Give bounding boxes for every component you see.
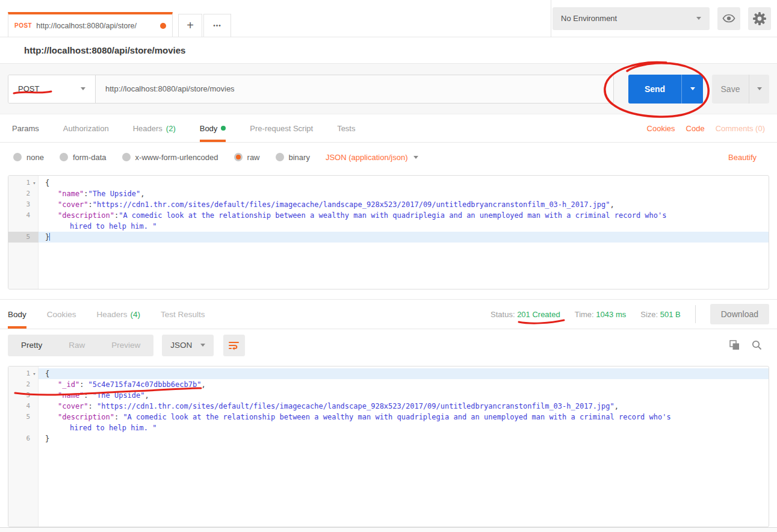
headers-count-badge: (2) bbox=[166, 124, 176, 133]
tab-url-label: http://localhost:8080/api/store/ bbox=[36, 22, 156, 30]
response-tab-headers[interactable]: Headers (4) bbox=[97, 300, 141, 329]
mode-preview[interactable]: Preview bbox=[98, 341, 153, 350]
radio-binary-label: binary bbox=[289, 153, 310, 162]
send-split-button: Send bbox=[628, 75, 703, 104]
wrap-lines-icon bbox=[229, 341, 240, 350]
response-headers-label: Headers bbox=[97, 310, 128, 319]
content-type-selector[interactable]: JSON (application/json) bbox=[326, 153, 419, 162]
code-line-active: 5 } bbox=[8, 232, 769, 243]
request-builder-bar: POST Send Save bbox=[0, 64, 777, 114]
tab-body[interactable]: Body bbox=[200, 114, 226, 142]
copy-icon bbox=[729, 340, 740, 350]
size-badge: Size: 501 B bbox=[640, 310, 681, 319]
url-control: POST bbox=[8, 75, 614, 104]
send-options-button[interactable] bbox=[681, 75, 703, 104]
line-number: 4 bbox=[8, 210, 39, 221]
radio-selected-icon bbox=[234, 153, 243, 161]
mode-pretty[interactable]: Pretty bbox=[8, 341, 55, 350]
body-filled-dot-icon bbox=[221, 126, 226, 131]
radio-form-data[interactable]: form-data bbox=[60, 153, 107, 162]
radio-icon bbox=[60, 153, 68, 161]
eye-icon bbox=[722, 14, 735, 23]
chevron-down-icon bbox=[413, 156, 418, 159]
url-input[interactable] bbox=[96, 75, 613, 103]
download-button[interactable]: Download bbox=[710, 304, 769, 324]
code-line: 1▾ { bbox=[8, 178, 769, 188]
wrap-lines-button[interactable] bbox=[223, 335, 245, 356]
response-status-group: Status: 201 Created Time: 1043 ms Size: … bbox=[491, 300, 769, 329]
response-meta-bar: Body Cookies Headers (4) Test Results St… bbox=[0, 299, 777, 329]
tab-params[interactable]: Params bbox=[12, 114, 39, 142]
more-tabs-button[interactable]: ••• bbox=[203, 14, 231, 37]
environment-selector[interactable]: No Environment bbox=[553, 7, 710, 30]
response-body-editor[interactable]: 1▾ { 2 "_id": "5c4e715fa74c07dbbb6ecb7b"… bbox=[8, 366, 769, 527]
response-language-label: JSON bbox=[170, 341, 192, 350]
line-number bbox=[8, 221, 39, 232]
mode-raw[interactable]: Raw bbox=[55, 341, 98, 350]
chevron-down-icon bbox=[81, 87, 85, 90]
environment-zone: No Environment bbox=[551, 0, 777, 37]
chevron-down-icon bbox=[690, 87, 695, 90]
response-language-selector[interactable]: JSON bbox=[162, 335, 214, 356]
line-number: 6 bbox=[8, 433, 39, 444]
beautify-link[interactable]: Beautify bbox=[728, 153, 757, 162]
time-badge: Time: 1043 ms bbox=[575, 310, 627, 319]
open-request-tab[interactable]: POST http://localhost:8080/api/store/ bbox=[8, 12, 173, 37]
code-line: 4 "description":"A comedic look at the r… bbox=[8, 210, 769, 221]
radio-raw[interactable]: raw bbox=[234, 153, 260, 162]
comments-link[interactable]: Comments (0) bbox=[716, 124, 765, 133]
response-tab-test-results[interactable]: Test Results bbox=[161, 300, 205, 329]
body-type-row: none form-data x-www-form-urlencoded raw… bbox=[0, 143, 777, 172]
tab-headers[interactable]: Headers (2) bbox=[133, 114, 176, 142]
code-line-active: 1▾ { bbox=[8, 368, 769, 379]
send-button[interactable]: Send bbox=[628, 75, 681, 104]
content-type-label: JSON (application/json) bbox=[326, 153, 408, 162]
save-button[interactable]: Save bbox=[712, 75, 749, 104]
response-tab-body[interactable]: Body bbox=[8, 300, 26, 329]
line-number: 3 bbox=[8, 390, 39, 401]
new-tab-button[interactable]: + bbox=[178, 14, 202, 37]
radio-none-label: none bbox=[26, 153, 44, 162]
save-options-button[interactable] bbox=[749, 75, 769, 104]
settings-button[interactable] bbox=[748, 7, 771, 30]
save-split-button: Save bbox=[712, 75, 769, 104]
response-mode-switch: Pretty Raw Preview bbox=[8, 335, 153, 356]
line-number: 1▾ bbox=[8, 368, 39, 379]
line-number: 1▾ bbox=[8, 178, 39, 188]
cookies-link[interactable]: Cookies bbox=[647, 124, 675, 133]
request-title-bar: http://localhost:8080/api/store/movies bbox=[0, 37, 777, 64]
radio-binary[interactable]: binary bbox=[276, 153, 310, 162]
tab-pre-request-script[interactable]: Pre-request Script bbox=[250, 114, 313, 142]
radio-raw-label: raw bbox=[247, 153, 260, 162]
tab-tests[interactable]: Tests bbox=[337, 114, 355, 142]
radio-urlencoded[interactable]: x-www-form-urlencoded bbox=[122, 153, 218, 162]
request-links: Cookies Code Comments (0) bbox=[647, 114, 765, 142]
response-tab-cookies[interactable]: Cookies bbox=[47, 300, 76, 329]
request-body-editor[interactable]: 1▾ { 2 "name":"The Upside", 3 "cover":"h… bbox=[8, 175, 769, 289]
tab-authorization[interactable]: Authorization bbox=[63, 114, 109, 142]
radio-icon bbox=[13, 153, 22, 161]
fold-caret-icon: ▾ bbox=[30, 178, 39, 188]
line-number bbox=[8, 422, 39, 433]
search-response-button[interactable] bbox=[752, 340, 762, 350]
fold-caret-icon: ▾ bbox=[30, 368, 39, 379]
code-line-wrapped: hired to help him. " bbox=[8, 221, 769, 232]
size-value: 501 B bbox=[660, 310, 681, 319]
code-line: 5 "description": "A comedic look at the … bbox=[8, 412, 769, 422]
code-line-wrapped: hired to help him. " bbox=[8, 422, 769, 433]
response-view-bar: Pretty Raw Preview JSON bbox=[0, 329, 777, 361]
code-link[interactable]: Code bbox=[686, 124, 705, 133]
code-line: 3 "cover":"https://cdn1.thr.com/sites/de… bbox=[8, 199, 769, 210]
environment-quick-look-button[interactable] bbox=[717, 7, 740, 30]
radio-none[interactable]: none bbox=[13, 153, 44, 162]
chevron-down-icon bbox=[696, 17, 701, 20]
response-code-area: 1▾ { 2 "_id": "5c4e715fa74c07dbbb6ecb7b"… bbox=[8, 367, 769, 444]
copy-response-button[interactable] bbox=[729, 340, 740, 350]
line-number: 3 bbox=[8, 199, 39, 210]
line-number: 5 bbox=[8, 412, 39, 422]
method-selector[interactable]: POST bbox=[8, 75, 96, 103]
line-number: 2 bbox=[8, 188, 39, 199]
chevron-down-icon bbox=[200, 344, 205, 347]
text-cursor bbox=[49, 233, 50, 241]
code-line: 6 } bbox=[8, 433, 769, 444]
